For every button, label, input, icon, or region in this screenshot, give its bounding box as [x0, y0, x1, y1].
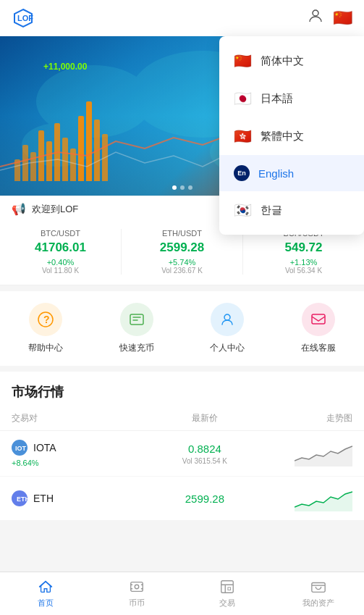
svg-rect-21: [312, 583, 325, 593]
profile-icon: [219, 311, 236, 328]
help-icon-wrap: ?: [29, 303, 62, 336]
bottom-navigation: 首页 币币 交易 我的资产: [0, 572, 364, 615]
iota-name: IOT IOTA: [12, 440, 148, 456]
col-pair-header: 交易对: [12, 412, 148, 424]
charge-label: 快速充币: [119, 342, 154, 354]
iota-mini-chart: [295, 440, 352, 467]
btc-change: +0.40%: [6, 258, 115, 267]
ko-label: 한글: [261, 204, 282, 217]
zh-hk-label: 繁體中文: [261, 130, 304, 143]
nav-home-label: 首页: [38, 598, 54, 608]
charge-icon-wrap: [120, 303, 153, 336]
btc-value: 41706.01: [6, 240, 115, 255]
support-icon: [310, 311, 327, 328]
iota-price-col: 0.8824 Vol 3615.54 K: [148, 443, 261, 465]
nav-trade[interactable]: 交易: [182, 572, 274, 615]
dot-3: [188, 185, 192, 190]
hero-dots: [172, 185, 192, 190]
help-label: 帮助中心: [28, 342, 63, 354]
svg-text:IOT: IOT: [15, 445, 27, 452]
ja-flag: 🇯🇵: [234, 90, 252, 107]
iota-coin-icon: IOT: [12, 440, 27, 456]
lang-option-zh-cn[interactable]: 🇨🇳 简体中文: [219, 42, 364, 80]
market-title: 市场行情: [0, 372, 364, 406]
zh-cn-label: 简体中文: [261, 54, 304, 68]
eth-name: ETH ETH: [12, 490, 148, 506]
svg-rect-19: [221, 581, 234, 593]
lang-option-zh-hk[interactable]: 🇭🇰 繁體中文: [219, 117, 364, 155]
support-icon-wrap: [302, 303, 335, 336]
quick-help[interactable]: ? 帮助中心: [0, 303, 91, 354]
iota-change: +8.64%: [12, 459, 148, 467]
svg-point-2: [313, 10, 318, 16]
nav-assets[interactable]: 我的资产: [273, 572, 364, 615]
language-dropdown: 🇨🇳 简体中文 🇯🇵 日本語 🇭🇰 繁體中文 En English 🇰🇷 한글: [219, 36, 364, 235]
price-eth[interactable]: ETH/USDT 2599.28 +5.74% Vol 236.67 K: [122, 229, 243, 275]
nav-coins[interactable]: 币币: [91, 572, 182, 615]
eth-mini-chart: [295, 485, 352, 511]
market-table-header: 交易对 最新价 走势图: [0, 406, 364, 431]
language-flag-button[interactable]: 🇨🇳: [333, 9, 352, 28]
iota-vol: Vol 3615.54 K: [148, 457, 261, 465]
svg-point-18: [135, 585, 139, 589]
en-label: English: [258, 167, 294, 180]
col-price-header: 最新价: [148, 412, 261, 424]
ja-label: 日本語: [261, 92, 293, 106]
lang-option-ko[interactable]: 🇰🇷 한글: [219, 191, 364, 229]
quick-actions: ? 帮助中心 快速充币 个人中心 在线客服: [0, 291, 364, 366]
iota-price: 0.8824: [148, 443, 261, 455]
app-header: LOF 🇨🇳: [0, 0, 364, 36]
nav-coins-label: 币币: [129, 598, 145, 608]
iota-chart-col: [261, 440, 352, 467]
nav-trade-label: 交易: [219, 598, 235, 608]
iota-pair-info: IOT IOTA +8.64%: [12, 440, 148, 467]
price-bch[interactable]: BCH/USDT 549.72 +1.13% Vol 56.34 K: [243, 229, 364, 275]
market-row-eth[interactable]: ETH ETH 2599.28: [0, 477, 364, 521]
svg-rect-10: [130, 314, 143, 325]
lang-option-ja[interactable]: 🇯🇵 日本語: [219, 80, 364, 117]
svg-point-11: [224, 314, 230, 320]
eth-coin-icon: ETH: [12, 490, 27, 506]
lang-option-en[interactable]: En English: [219, 155, 364, 191]
eth-change: +5.74%: [127, 258, 237, 267]
user-icon-button[interactable]: [307, 7, 324, 29]
zh-cn-flag: 🇨🇳: [234, 52, 252, 70]
svg-rect-12: [312, 314, 325, 324]
market-section: 市场行情 交易对 最新价 走势图 IOT IOTA +8.64% 0.8824 …: [0, 372, 364, 521]
home-icon: [38, 579, 54, 595]
support-label: 在线客服: [301, 342, 336, 354]
bottom-spacer: [0, 521, 364, 572]
coins-icon: [129, 579, 145, 595]
bch-value: 549.72: [249, 240, 358, 255]
market-row-iota[interactable]: IOT IOTA +8.64% 0.8824 Vol 3615.54 K: [0, 431, 364, 477]
nav-assets-label: 我的资产: [302, 598, 334, 608]
svg-rect-20: [228, 587, 231, 590]
svg-rect-17: [130, 582, 143, 592]
hero-price-label: +11,000.00: [43, 62, 87, 72]
btc-pair: BTC/USDT: [6, 229, 115, 238]
assets-icon: [310, 579, 326, 595]
quick-profile[interactable]: 个人中心: [182, 303, 274, 354]
charge-icon: [128, 311, 145, 328]
profile-label: 个人中心: [210, 342, 245, 354]
bch-change: +1.13%: [249, 258, 358, 267]
quick-support[interactable]: 在线客服: [273, 303, 364, 354]
profile-icon-wrap: [211, 303, 244, 336]
quick-charge[interactable]: 快速充币: [91, 303, 182, 354]
price-btc[interactable]: BTC/USDT 41706.01 +0.40% Vol 11.80 K: [0, 229, 122, 275]
logo: LOF: [12, 7, 35, 30]
eth-market-price: 2599.28: [148, 493, 261, 505]
eth-price-col: 2599.28: [148, 493, 261, 505]
dot-2: [180, 185, 185, 190]
btc-vol: Vol 11.80 K: [6, 267, 115, 275]
nav-home[interactable]: 首页: [0, 572, 91, 615]
header-actions: 🇨🇳: [307, 7, 352, 29]
eth-value: 2599.28: [127, 240, 237, 255]
svg-text:ETH: ETH: [17, 495, 27, 503]
eth-chart-col: [261, 485, 352, 511]
help-icon: ?: [37, 311, 54, 328]
svg-text:LOF: LOF: [17, 14, 33, 22]
announce-icon: 📢: [12, 202, 26, 216]
zh-hk-flag: 🇭🇰: [234, 127, 252, 145]
col-chart-header: 走势图: [261, 412, 352, 424]
